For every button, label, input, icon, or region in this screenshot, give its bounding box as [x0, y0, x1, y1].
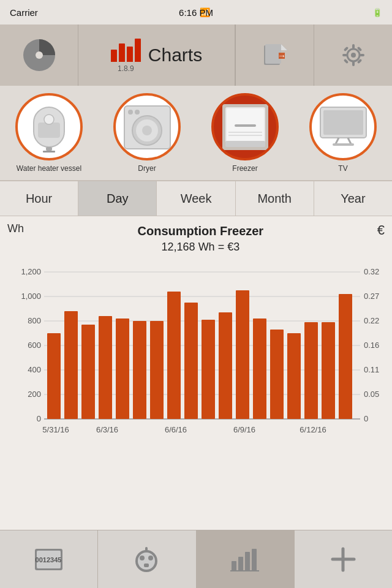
svg-text:6/3/16: 6/3/16 — [96, 425, 118, 434]
svg-text:0.27: 0.27 — [364, 292, 379, 301]
bottom-toolbar: 0012345 — [0, 530, 392, 588]
svg-rect-96 — [245, 552, 250, 571]
battery-icon: 🔋 — [372, 8, 382, 17]
svg-text:1,200: 1,200 — [21, 267, 41, 276]
svg-rect-69 — [167, 292, 181, 419]
svg-text:400: 400 — [28, 365, 41, 374]
svg-line-38 — [348, 138, 351, 144]
svg-rect-62 — [47, 333, 61, 419]
svg-text:0.32: 0.32 — [364, 267, 379, 276]
svg-text:200: 200 — [28, 390, 41, 399]
svg-text:1,000: 1,000 — [21, 292, 41, 301]
device-tv[interactable]: TV — [309, 93, 377, 173]
svg-marker-5 — [281, 44, 287, 50]
nav-right-icons: → — [235, 24, 392, 86]
svg-rect-73 — [236, 290, 249, 419]
svg-rect-79 — [339, 294, 352, 419]
svg-rect-92 — [144, 564, 149, 567]
device-label-dryer: Dryer — [138, 164, 156, 173]
bar-chart-svg: 1,200 1,000 800 600 400 200 0 0.32 0.27 … — [7, 260, 385, 468]
tab-month[interactable]: Month — [236, 181, 314, 216]
svg-point-91 — [148, 556, 153, 560]
device-freezer[interactable]: Freezer — [211, 93, 279, 173]
svg-point-1 — [36, 51, 43, 59]
toolbar-device-list-button[interactable]: 0012345 — [0, 530, 98, 588]
svg-text:600: 600 — [28, 341, 41, 350]
svg-rect-71 — [202, 320, 215, 419]
svg-text:→: → — [277, 51, 286, 61]
tab-year[interactable]: Year — [314, 181, 392, 216]
toolbar-smart-plug-button[interactable] — [98, 530, 196, 588]
svg-rect-64 — [81, 325, 95, 419]
svg-rect-20 — [46, 147, 52, 151]
svg-text:0.11: 0.11 — [364, 365, 379, 374]
svg-rect-93 — [145, 547, 148, 552]
device-dryer[interactable]: Dryer — [113, 93, 181, 173]
device-circle-freezer — [211, 93, 279, 160]
svg-rect-75 — [270, 330, 284, 419]
nav-pie-chart[interactable] — [0, 24, 78, 86]
svg-rect-34 — [225, 141, 265, 147]
svg-rect-76 — [287, 333, 301, 419]
toolbar-bar-chart-button[interactable] — [197, 530, 295, 588]
svg-rect-72 — [219, 312, 232, 419]
status-bar: Carrier 📶 6:16 PM 🔋 — [0, 0, 392, 24]
svg-rect-66 — [116, 318, 129, 419]
chart-container: 1,200 1,000 800 600 400 200 0 0.32 0.27 … — [7, 260, 385, 470]
svg-rect-95 — [238, 557, 243, 571]
device-water-heater[interactable]: Water heater vessel — [15, 93, 83, 173]
export-button[interactable]: → — [235, 24, 314, 86]
tab-day[interactable]: Day — [78, 181, 157, 216]
top-nav: 1.8.9 Charts → — [0, 24, 392, 86]
device-circle-water-heater — [15, 93, 83, 160]
svg-point-27 — [135, 110, 140, 115]
svg-point-8 — [351, 53, 356, 58]
tab-hour[interactable]: Hour — [0, 181, 78, 216]
y-label-left: Wh — [7, 222, 24, 235]
svg-rect-67 — [133, 321, 146, 419]
svg-rect-33 — [228, 135, 262, 136]
svg-line-37 — [336, 138, 339, 144]
svg-point-26 — [128, 110, 133, 115]
device-label-freezer: Freezer — [232, 164, 257, 173]
svg-text:5/31/16: 5/31/16 — [42, 425, 69, 434]
svg-rect-94 — [232, 561, 236, 571]
device-label-water-heater: Water heater vessel — [17, 164, 81, 173]
svg-rect-65 — [99, 316, 112, 419]
svg-text:0.22: 0.22 — [364, 316, 379, 325]
svg-point-19 — [44, 115, 54, 124]
svg-rect-10 — [352, 61, 355, 66]
y-label-right: € — [377, 222, 385, 238]
device-label-tv: TV — [338, 164, 347, 173]
svg-rect-11 — [342, 54, 347, 56]
svg-rect-70 — [184, 303, 198, 419]
nav-title: Charts — [148, 45, 202, 66]
time-label: 6:16 PM — [179, 7, 213, 18]
device-circle-tv — [309, 93, 377, 160]
chart-title: Consumption Freezer — [24, 222, 377, 239]
tab-week[interactable]: Week — [157, 181, 235, 216]
svg-rect-21 — [43, 151, 55, 153]
svg-text:6/6/16: 6/6/16 — [165, 425, 187, 434]
svg-text:0: 0 — [364, 414, 368, 423]
svg-text:0.05: 0.05 — [364, 390, 379, 399]
svg-rect-36 — [323, 110, 363, 135]
svg-point-90 — [140, 556, 145, 560]
settings-button[interactable] — [314, 24, 392, 86]
svg-text:0012345: 0012345 — [36, 556, 62, 564]
devices-row: Water heater vessel Dryer — [0, 86, 392, 181]
svg-rect-77 — [304, 322, 318, 419]
svg-rect-32 — [228, 132, 262, 133]
svg-rect-31 — [235, 124, 256, 127]
chart-area: Wh Consumption Freezer 12,168 Wh = €3 € … — [0, 216, 392, 470]
svg-rect-78 — [322, 322, 335, 419]
svg-rect-63 — [64, 311, 78, 419]
toolbar-add-button[interactable] — [295, 530, 392, 588]
svg-rect-12 — [360, 54, 364, 56]
svg-text:0: 0 — [37, 414, 41, 423]
svg-text:800: 800 — [28, 316, 41, 325]
svg-text:0.16: 0.16 — [364, 341, 379, 350]
chart-subtitle: 12,168 Wh = €3 — [24, 239, 377, 255]
nav-title-area: 1.8.9 Charts — [78, 24, 235, 86]
svg-rect-68 — [150, 321, 164, 419]
